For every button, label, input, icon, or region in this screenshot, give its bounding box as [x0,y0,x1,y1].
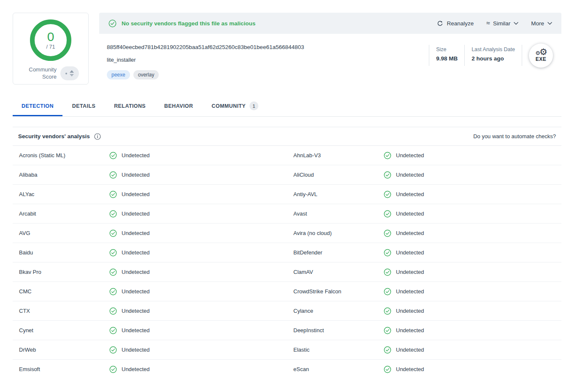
status-label: Undetected [122,249,150,256]
check-circle-icon [384,229,391,237]
vendor-name: CTX [13,308,109,314]
vendor-name: Avast [287,210,384,217]
vendor-cell: eScan Undetected [287,366,561,373]
check-circle-icon [384,249,391,257]
gear-icon: ⚙⚙ [535,49,546,56]
vendor-cell: ClamAV Undetected [287,268,561,276]
tab-community[interactable]: COMMUNITY 1 [203,96,267,116]
vendor-name: ClamAV [287,269,384,275]
vendor-cell: AhnLab-V3 Undetected [287,152,561,159]
status-label: Undetected [396,347,424,353]
size-label: Size [436,46,458,52]
file-tags: peexe overlay [107,70,429,79]
table-row: Emsisoft Undetected eScan Undetected [13,360,561,377]
status-label: Undetected [122,308,150,314]
table-row: Acronis (Static ML) Undetected AhnLab-V3… [13,146,561,165]
tab-details[interactable]: DETAILS [63,96,104,116]
last-analysis-value: 2 hours ago [471,55,515,62]
vendor-name: Cylance [287,308,384,314]
file-summary-section: 0 / 71 Community Score [13,0,561,85]
vendor-name: Avira (no cloud) [287,230,384,236]
check-circle-icon [384,268,391,276]
table-row: CTX Undetected Cylance Undetected [13,301,561,321]
vendor-name: Acronis (Static ML) [13,152,109,158]
status-label: Undetected [122,366,150,372]
vendor-name: AhnLab-V3 [287,152,384,158]
vendor-status: Undetected [384,268,424,276]
vendor-cell: Baidu Undetected [13,249,287,257]
file-tag[interactable]: overlay [133,70,159,79]
vote-arrows-icon[interactable] [70,70,74,76]
automate-checks-link[interactable]: Do you want to automate checks? [473,133,556,139]
tab-behavior[interactable]: BEHAVIOR [155,96,202,116]
vendor-status: Undetected [384,229,424,237]
vendor-status: Undetected [384,152,424,159]
verdict-banner: No security vendors flagged this file as… [99,13,561,34]
tab-detection[interactable]: DETECTION [13,96,62,116]
vote-down-icon[interactable] [70,74,74,76]
vendor-status: Undetected [109,229,150,237]
vendor-name: Elastic [287,347,384,353]
check-circle-icon [384,191,391,198]
file-name: lite_installer [107,57,429,63]
vendors-table: Acronis (Static ML) Undetected AhnLab-V3… [13,146,561,377]
check-circle-icon [109,307,117,315]
vendor-name: Emsisoft [13,366,109,372]
tab-badge: 1 [249,101,258,110]
vendor-cell: Avast Undetected [287,210,561,218]
vendor-status: Undetected [109,191,150,198]
vendor-status: Undetected [109,288,150,295]
file-tag[interactable]: peexe [107,70,130,79]
check-circle-icon [384,210,391,218]
chevron-down-icon [514,22,518,25]
check-circle-icon [109,268,117,276]
vendor-cell: DeepInstinct Undetected [287,327,561,334]
vendor-name: Antiy-AVL [287,191,384,197]
last-analysis-block: Last Analysis Date 2 hours ago [464,45,522,66]
vendor-cell: AVG Undetected [13,229,287,237]
check-circle-icon [384,366,391,373]
check-circle-icon [384,346,391,354]
community-score-label: Community Score [26,66,57,81]
status-label: Undetected [122,269,150,275]
table-row: Bkav Pro Undetected ClamAV Undetected [13,262,561,282]
status-label: Undetected [122,210,150,217]
vendor-status: Undetected [109,152,150,159]
table-row: ALYac Undetected Antiy-AVL Undetected [13,185,561,204]
vendor-cell: Antiy-AVL Undetected [287,191,561,198]
file-meta: Size 9.98 MB Last Analysis Date 2 hours … [429,44,553,68]
more-button[interactable]: More [531,20,552,27]
status-label: Undetected [396,249,424,256]
vendor-status: Undetected [109,327,150,334]
file-hash: 885ff40eecbed781b4281902205baa51af62d252… [107,44,429,50]
vendor-name: Alibaba [13,172,109,178]
similar-icon: ≈ [486,21,490,25]
info-icon[interactable] [94,133,101,140]
vendor-status: Undetected [384,366,424,373]
status-label: Undetected [396,288,424,295]
status-label: Undetected [122,288,150,295]
community-vote-control[interactable] [60,66,79,80]
similar-button[interactable]: ≈ Similar [486,20,518,27]
vendor-status: Undetected [109,171,150,179]
check-circle-icon [109,288,117,295]
reanalyze-button[interactable]: Reanalyze [437,20,474,27]
file-size-block: Size 9.98 MB [429,45,464,66]
vendor-status: Undetected [384,288,424,295]
check-circle-icon [384,152,391,159]
check-circle-icon [108,19,117,27]
vendor-name: CrowdStrike Falcon [287,288,384,295]
detection-score: 0 [47,30,54,43]
check-circle-icon [109,229,117,237]
status-label: Undetected [396,366,424,372]
tab-relations[interactable]: RELATIONS [105,96,154,116]
check-circle-icon [384,327,391,334]
vote-up-icon[interactable] [70,70,74,73]
vendor-cell: Bkav Pro Undetected [13,268,287,276]
vendor-cell: Elastic Undetected [287,346,561,354]
detection-score-ring: 0 / 71 [30,19,71,61]
vendor-name: DrWeb [13,347,109,353]
vendor-status: Undetected [384,346,424,354]
vendor-cell: CTX Undetected [13,307,287,315]
table-row: Alibaba Undetected AliCloud Undetected [13,165,561,185]
